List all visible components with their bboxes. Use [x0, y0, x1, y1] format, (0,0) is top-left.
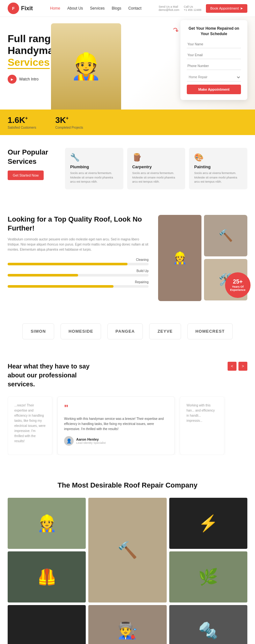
nav-email: Send Us a Mail demo@fixit.com — [159, 5, 179, 11]
navbar: F Fixit Home About Us Services Blogs Con… — [0, 0, 255, 17]
logo-homecrest: HOMECREST — [187, 323, 233, 339]
logos-section: SIMON HOMESIDE PANGEA ZEYVE HOMECREST — [0, 314, 255, 349]
gallery-item-5: 👓 — [8, 605, 86, 644]
testimonials-section: Hear what they have to say about our pro… — [0, 349, 255, 468]
quality-left: Looking for a Top Quality Roof, Look No … — [8, 215, 149, 292]
nav-about[interactable]: About Us — [67, 6, 83, 11]
hero-appointment-form: Get Your Home Repaired on Your Schedule … — [180, 20, 247, 100]
nav-links: Home About Us Services Blogs Contact — [50, 6, 142, 11]
quote-icon: " — [64, 403, 168, 413]
watch-label: Watch Intro — [19, 77, 39, 81]
gallery-item-4: 🦺 — [8, 551, 86, 602]
stat-customers: 1.6K+ Satisfied Customers — [8, 115, 36, 129]
service-card-plumbing: 🔧 Plumbing Sociis arcu at viverra fermen… — [65, 148, 123, 189]
testimonials-cards: ...reeze! Their expertise and efficiency… — [8, 396, 247, 455]
gallery-item-7: 👨‍🏭 — [88, 605, 166, 644]
gallery-item-3: ⚡ — [169, 498, 247, 549]
submit-appointment-button[interactable]: Make Appointment — [187, 85, 241, 94]
gallery-item-2: 🔨 — [88, 498, 166, 602]
testimonials-nav: < > — [228, 362, 247, 371]
gallery-item-1: 👷 — [8, 498, 86, 549]
arrow-icon: ➤ — [240, 6, 243, 11]
plumbing-desc: Sociis arcu at viverra fermentum. Molest… — [70, 171, 118, 184]
testimonial-card-partial-right: Working with this han... and efficiency … — [180, 396, 224, 455]
gallery-heading: The Most Desirable Roof Repair Company — [8, 481, 247, 490]
testimonial-card-1: " Working with this handyman service was… — [57, 396, 175, 455]
quality-right: 👷 🔨 🛠️ 25+ Years Of Experience — [158, 215, 247, 301]
plumbing-title: Plumbing — [70, 164, 118, 169]
logo-text: Fixit — [21, 5, 33, 12]
testimonials-prev-button[interactable]: < — [228, 362, 237, 371]
phone-value: +1 456 12488 — [184, 8, 201, 11]
logo-icon: F — [8, 3, 19, 14]
quality-heading: Looking for a Top Quality Roof, Look No … — [8, 215, 149, 233]
author-info-1: Aaron Henley Lead Identity Specialist — [76, 437, 106, 444]
experience-badge: 25+ Years Of Experience — [225, 272, 251, 298]
painting-icon: 🎨 — [194, 153, 242, 162]
hero-highlight: Services — [8, 57, 50, 69]
testimonial-text-partial: ...reeze! Their expertise and efficiency… — [14, 403, 46, 444]
book-appointment-button[interactable]: Book Appointment ➤ — [206, 4, 247, 13]
progress-cleaning: Cleaning — [8, 258, 149, 265]
quality-section: Looking for a Top Quality Roof, Look No … — [0, 202, 255, 314]
quality-desc: Vestibulum commodo auctor pesuere enim o… — [8, 237, 149, 252]
phone-label: Call Us — [184, 5, 201, 8]
form-title: Get Your Home Repaired on Your Schedule — [187, 26, 241, 37]
services-heading: Our Popular Services — [8, 148, 59, 166]
testimonial-text-partial-right: Working with this han... and efficiency … — [186, 403, 218, 423]
nav-right: Send Us a Mail demo@fixit.com Call Us +1… — [159, 4, 247, 13]
service-card-painting: 🎨 Painting Sociis arcu at viverra fermen… — [189, 148, 247, 189]
progress-buildup: Build Up — [8, 269, 149, 277]
nav-phone: Call Us +1 456 12488 — [184, 5, 201, 11]
painting-title: Painting — [194, 164, 242, 169]
form-email-input[interactable] — [187, 51, 241, 59]
testimonials-header: Hear what they have to say about our pro… — [8, 362, 247, 389]
services-left: Our Popular Services Get Started Now — [8, 148, 59, 180]
nav-blogs[interactable]: Blogs — [112, 6, 121, 11]
testimonials-heading: Hear what they have to say about our pro… — [8, 362, 103, 389]
get-started-button[interactable]: Get Started Now — [8, 170, 44, 180]
worker-placeholder: 👷 — [51, 23, 121, 110]
hero-section: Full range of Handyman Services ▶ Watch … — [0, 17, 255, 110]
logos-grid: SIMON HOMESIDE PANGEA ZEYVE HOMECREST — [8, 323, 247, 339]
gallery-item-8: 🔩 — [169, 605, 247, 644]
stat-projects: 3K+ Completed Projects — [55, 115, 83, 129]
carpentry-icon: 🪵 — [132, 153, 180, 162]
logo-pangea: PANGEA — [107, 323, 143, 339]
gallery-section: The Most Desirable Roof Repair Company 👷… — [0, 468, 255, 644]
painting-desc: Sociis arcu at viverra fermentum. Molest… — [194, 171, 242, 184]
form-service-select[interactable]: Home Repair — [187, 73, 241, 81]
hero-worker-image: 👷 — [51, 23, 121, 110]
author-avatar-1: 👤 — [64, 436, 74, 446]
gallery-grid: 👷 🔨 ⚡ 🦺 🌿 👓 👨‍🏭 🔩 — [8, 498, 247, 644]
logo[interactable]: F Fixit — [8, 3, 33, 14]
testimonial-card-partial-left: ...reeze! Their expertise and efficiency… — [8, 396, 52, 455]
carpentry-title: Carpentry — [132, 164, 180, 169]
quality-image-2: 🔨 — [204, 215, 247, 256]
progress-repairing: Repairing — [8, 280, 149, 288]
logo-zeyve: ZEYVE — [149, 323, 181, 339]
testimonial-author-1: 👤 Aaron Henley Lead Identity Specialist — [64, 436, 168, 446]
nav-home[interactable]: Home — [50, 6, 60, 11]
carpentry-desc: Sociis arcu at viverra fermentum. Molest… — [132, 171, 180, 184]
gallery-item-6: 🌿 — [169, 551, 247, 602]
nav-services[interactable]: Services — [90, 6, 105, 11]
logo-homeside: HOMESIDE — [61, 323, 101, 339]
stats-bar: 1.6K+ Satisfied Customers 3K+ Completed … — [0, 110, 255, 135]
email-value: demo@fixit.com — [159, 8, 179, 11]
testimonial-text-1: Working with this handyman service was a… — [64, 416, 168, 432]
nav-contact[interactable]: Contact — [128, 6, 141, 11]
play-icon: ▶ — [8, 75, 17, 84]
form-phone-input[interactable] — [187, 62, 241, 70]
service-card-carpentry: 🪵 Carpentry Sociis arcu at viverra ferme… — [127, 148, 186, 189]
logo-simon: SIMON — [22, 323, 54, 339]
plumbing-icon: 🔧 — [70, 153, 118, 162]
email-label: Send Us a Mail — [159, 5, 179, 8]
services-cards: 🔧 Plumbing Sociis arcu at viverra fermen… — [65, 148, 247, 189]
services-section: Our Popular Services Get Started Now 🔧 P… — [0, 135, 255, 202]
quality-image-1: 👷 — [158, 215, 201, 301]
form-name-input[interactable] — [187, 41, 241, 48]
testimonials-next-button[interactable]: > — [238, 362, 247, 371]
arrow-decoration: ↷ — [171, 26, 180, 36]
